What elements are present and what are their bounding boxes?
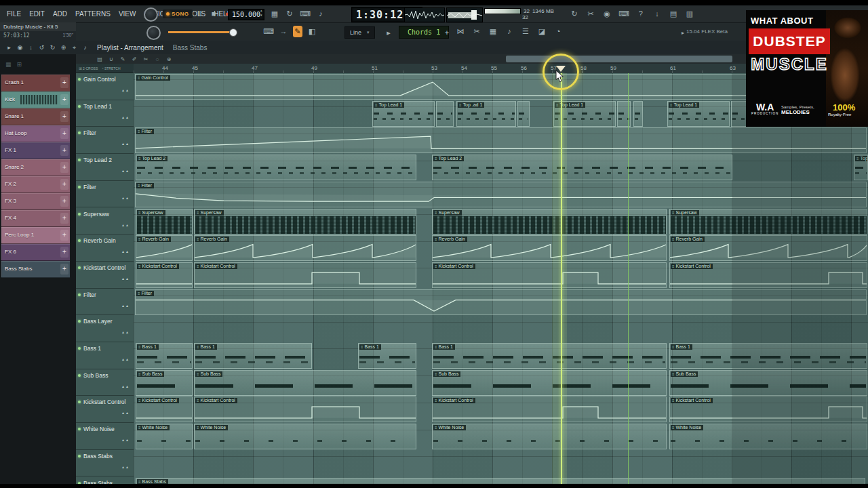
pattern-add-button[interactable]: + <box>60 128 68 139</box>
play-mini-icon[interactable]: ▸ <box>5 42 13 54</box>
help-icon[interactable]: ? <box>636 8 646 20</box>
stop-button[interactable]: ■ <box>209 8 218 20</box>
menu-edit[interactable]: EDIT <box>25 10 49 18</box>
pattern-fx-6[interactable]: FX 6+ <box>1 244 70 261</box>
pattern-clip-supersaw[interactable]: ≡Supersaw <box>136 209 193 235</box>
typing-keyboard-icon[interactable]: ⌨ <box>300 8 311 20</box>
track-led[interactable] <box>78 213 81 216</box>
pattern-fx-4[interactable]: FX 4+ <box>1 210 70 227</box>
pattern-add-button[interactable]: + <box>60 145 68 156</box>
cut-icon[interactable]: ✂ <box>586 8 595 20</box>
pattern-add-button[interactable]: + <box>60 213 68 224</box>
track-controls[interactable]: ▴▴ <box>122 168 130 173</box>
undo-icon[interactable]: ↺ <box>38 42 45 54</box>
pattern-snare-1[interactable]: Snare 1+ <box>1 108 70 125</box>
marker-icon[interactable]: ◉ <box>16 42 24 54</box>
automation-clip-reverb-gain[interactable]: ≡Reverb Gain <box>136 235 193 261</box>
slider-handle[interactable] <box>229 28 237 37</box>
track-header-white-noise[interactable]: White Noise▴▴ <box>76 423 134 450</box>
track-header-bass-1[interactable]: Bass 1▴▴ <box>76 342 134 369</box>
pattern-clip-sub-bass[interactable]: ≡Sub Bass <box>432 370 667 396</box>
pattern-clip-top-lead-1[interactable] <box>617 101 631 127</box>
piano-roll-icon[interactable]: ♪ <box>505 26 514 37</box>
track-controls[interactable]: ▴▴ <box>122 357 130 361</box>
pattern-clip-white-noise[interactable]: ≡White Noise <box>136 424 193 449</box>
pattern-add-button[interactable]: + <box>60 179 68 190</box>
track-header-gain-control[interactable]: Gain Control▴▴ <box>76 73 134 100</box>
track-controls[interactable]: ▴▴ <box>122 384 130 388</box>
snap-next-button[interactable]: ▸ <box>384 27 393 39</box>
pattern-clip-bass-1[interactable]: ≡Bass 1 <box>194 343 312 369</box>
pattern-add-button[interactable]: + <box>60 247 68 258</box>
render-icon[interactable]: ▤ <box>669 8 678 20</box>
menu-patterns[interactable]: PATTERNS <box>71 10 115 18</box>
track-header-filter[interactable]: Filter▴▴ <box>76 181 134 208</box>
pattern-add-button[interactable]: + <box>60 94 68 105</box>
pattern-clip-top-lead-1[interactable]: ≡Top Lead 1 <box>667 101 730 127</box>
track-controls[interactable]: ▴▴ <box>122 87 130 92</box>
track-led[interactable] <box>78 347 81 350</box>
pattern-add-button[interactable]: + <box>60 196 68 207</box>
track-controls[interactable]: ▴▴ <box>122 249 130 253</box>
track-led[interactable] <box>78 374 81 377</box>
track-controls[interactable]: ▴▴ <box>122 141 130 146</box>
master-pitch-knob[interactable] <box>146 26 161 40</box>
picker-filter-icon[interactable]: ⊞ <box>17 61 22 68</box>
pattern-clip-top-lead-1[interactable] <box>633 101 643 127</box>
track-controls[interactable]: ▴▴ <box>122 222 130 227</box>
midi-keyboard-icon[interactable]: ⌨ <box>618 8 629 20</box>
mixer-icon[interactable]: ☰ <box>521 26 530 37</box>
track-header-reverb-gain[interactable]: Reverb Gain▴▴ <box>76 235 134 262</box>
pattern-clip-top-lead-1[interactable] <box>517 101 530 127</box>
master-volume-slider[interactable] <box>168 31 236 33</box>
crossfade-mode-toggle[interactable]: ⊞2-CROSS <box>79 66 98 70</box>
pattern-hat-loop[interactable]: Hat Loop+ <box>1 125 70 142</box>
track-header-supersaw[interactable]: Supersaw▴▴ <box>76 208 134 235</box>
pattern-fx-1[interactable]: FX 1+ <box>1 142 70 159</box>
track-led[interactable] <box>78 186 81 188</box>
pattern-add-button[interactable]: + <box>442 27 452 39</box>
pattern-perc-loop-1[interactable]: Perc Loop 1+ <box>1 227 70 244</box>
automation-clip-reverb-gain[interactable]: ≡Reverb Gain <box>194 235 416 261</box>
menu-file[interactable]: FILE <box>3 10 25 18</box>
track-header-bass-stabs[interactable]: Bass Stabs▴▴ <box>76 450 134 477</box>
track-header-kickstart-control[interactable]: Kickstart Control▴▴ <box>76 396 134 423</box>
pattern-fx-2[interactable]: FX 2+ <box>1 176 70 193</box>
slice-icon[interactable]: ✂ <box>472 26 481 37</box>
tempo-display[interactable]: 150.000 <box>228 9 264 20</box>
automation-clip-reverb-gain[interactable]: ≡Reverb Gain <box>432 235 667 261</box>
pattern-add-button[interactable]: + <box>60 264 68 274</box>
pattern-clip-white-noise[interactable]: ≡White Noise <box>432 424 667 449</box>
target-icon[interactable]: ⌖ <box>71 42 78 54</box>
window-subtitle[interactable]: Bass Stabs <box>173 44 208 52</box>
step-jump-icon[interactable]: → <box>279 26 288 37</box>
track-header-filter[interactable]: Filter▴▴ <box>76 289 134 316</box>
track-controls[interactable]: ▴▴ <box>122 195 130 200</box>
track-controls[interactable]: ▴▴ <box>122 276 130 281</box>
track-controls[interactable]: ▴▴ <box>122 410 130 415</box>
pattern-crash-1[interactable]: Crash 1+ <box>1 75 70 92</box>
picker-menu-icon[interactable]: ▦ <box>5 61 12 68</box>
mic-icon[interactable]: ◉ <box>602 8 612 20</box>
pattern-kick[interactable]: Kick+ <box>1 92 70 108</box>
slide-tool-icon[interactable]: ◧ <box>307 26 317 37</box>
track-header-top-lead-2[interactable]: Top Lead 2▴▴ <box>76 154 134 181</box>
pattern-clip-supersaw[interactable]: ≡Supersaw <box>432 209 667 235</box>
track-header-filter[interactable]: Filter▴▴ <box>76 127 134 154</box>
track-header-top-lead-1[interactable]: Top Lead 1▴▴ <box>76 100 134 127</box>
automation-clip-kickstart-control[interactable]: ≡Kickstart Control <box>136 262 193 288</box>
pattern-fx-3[interactable]: FX 3+ <box>1 193 70 210</box>
stretch-mode-toggle[interactable]: ◔STRETCH <box>101 66 120 70</box>
speaker-icon[interactable]: ♪ <box>81 42 89 54</box>
pattern-add-button[interactable]: + <box>60 77 68 88</box>
pattern-add-button[interactable]: + <box>60 162 68 173</box>
window-title[interactable]: Playlist - Arrangement <box>97 44 163 52</box>
metronome-icon[interactable]: ♪ <box>316 8 326 20</box>
pattern-clip-top-ad-1[interactable]: ≡Top .ad 1 <box>456 101 516 127</box>
track-controls[interactable]: ▴▴ <box>122 464 130 469</box>
automation-clip-kickstart-control[interactable]: ≡Kickstart Control <box>194 262 416 288</box>
pattern-clip-top-lead-1[interactable] <box>436 101 454 127</box>
track-led[interactable] <box>78 293 81 296</box>
track-led[interactable] <box>78 78 81 81</box>
pattern-snare-2[interactable]: Snare 2+ <box>1 159 70 176</box>
